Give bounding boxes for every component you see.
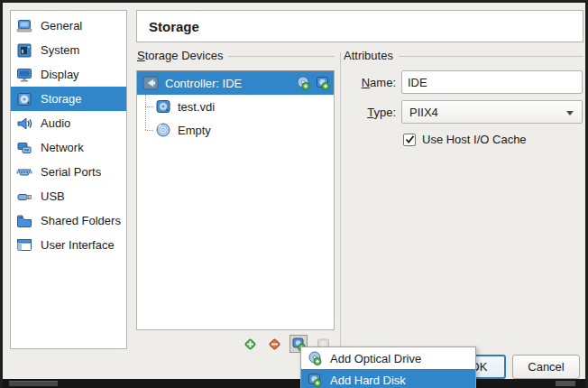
tree-item-label: Empty — [178, 124, 211, 137]
tree-item-empty[interactable]: Empty — [137, 118, 334, 142]
hard-disk-icon — [155, 98, 171, 115]
attributes-group-label: Attributes — [344, 49, 583, 61]
sidebar-item-label: Display — [41, 68, 79, 81]
settings-category-list: General System Display Storage Audio — [10, 10, 127, 349]
sidebar-item-network[interactable]: Network — [11, 135, 126, 160]
attributes-label: Attributes — [344, 49, 393, 62]
controller-type-value: PIIX4 — [409, 106, 438, 119]
ide-controller-icon — [142, 75, 159, 91]
sidebar-item-label: System — [41, 43, 79, 57]
add-attachment-menu: Add Optical Drive Add Hard Disk — [300, 346, 476, 388]
chevron-down-icon — [566, 111, 574, 115]
optical-plus-icon — [308, 351, 322, 365]
storage-devices-tree[interactable]: Controller: IDE test.vdi Empty — [136, 70, 335, 330]
controller-row-actions — [296, 76, 330, 93]
tree-item-controller-ide[interactable]: Controller: IDE — [137, 71, 334, 95]
host-io-cache-checkbox[interactable] — [403, 134, 416, 146]
general-icon — [15, 17, 33, 35]
cancel-button[interactable]: Cancel — [512, 355, 580, 379]
taskbar-strip — [0, 379, 588, 388]
hdd-plus-icon[interactable] — [316, 76, 330, 93]
shared-folders-icon — [15, 212, 33, 230]
host-io-cache-label: Use Host I/O Cache — [422, 133, 527, 146]
group-divider — [228, 56, 335, 57]
sidebar-item-display[interactable]: Display — [11, 62, 126, 87]
name-field-label: Name: — [344, 76, 396, 89]
system-icon — [15, 42, 33, 60]
audio-icon — [15, 115, 33, 133]
add-controller-icon[interactable] — [241, 335, 259, 353]
controller-name-input[interactable] — [401, 70, 583, 94]
hdd-plus-icon — [308, 373, 322, 387]
page-title-bar: Storage — [136, 10, 583, 42]
sidebar-item-storage[interactable]: Storage — [11, 87, 126, 111]
user-interface-icon — [15, 236, 33, 254]
sidebar-item-audio[interactable]: Audio — [11, 111, 126, 135]
checkmark-icon — [405, 134, 415, 144]
menu-item-add-optical-drive[interactable]: Add Optical Drive — [301, 347, 475, 369]
sidebar-item-label: Shared Folders — [41, 214, 121, 227]
display-icon — [15, 66, 33, 84]
sidebar-item-serial-ports[interactable]: Serial Ports — [11, 160, 126, 184]
sidebar-item-label: Network — [41, 141, 84, 154]
sidebar-item-label: User Interface — [41, 238, 115, 252]
remove-controller-icon[interactable] — [265, 335, 283, 353]
page-title: Storage — [149, 19, 199, 34]
tree-item-label: test.vdi — [178, 100, 215, 114]
controller-type-select[interactable]: PIIX4 — [401, 100, 583, 124]
sidebar-item-label: USB — [41, 189, 65, 203]
sidebar-item-label: Serial Ports — [41, 165, 101, 179]
vm-settings-dialog: General System Display Storage Audio — [0, 0, 588, 388]
optical-disc-icon — [155, 122, 171, 138]
tree-item-test-vdi[interactable]: test.vdi — [137, 95, 334, 118]
sidebar-item-shared-folders[interactable]: Shared Folders — [11, 208, 126, 233]
sidebar-item-user-interface[interactable]: User Interface — [11, 233, 126, 257]
taskbar-item[interactable] — [9, 381, 58, 386]
optical-plus-icon[interactable] — [296, 76, 310, 93]
host-io-cache-row: Use Host I/O Cache — [403, 133, 527, 146]
sidebar-item-label: Audio — [41, 116, 70, 130]
storage-icon — [15, 90, 33, 108]
menu-item-label: Add Optical Drive — [330, 352, 421, 365]
serial-ports-icon — [15, 163, 33, 181]
sidebar-item-system[interactable]: System — [11, 38, 126, 62]
sidebar-item-general[interactable]: General — [11, 14, 126, 38]
usb-icon — [15, 188, 33, 206]
group-divider — [399, 56, 583, 57]
type-field-label: Type: — [344, 106, 396, 119]
storage-devices-label: Storage Devices — [137, 49, 223, 62]
network-icon — [15, 139, 33, 157]
sidebar-item-label: Storage — [41, 92, 82, 106]
pane-divider — [340, 52, 341, 351]
tree-item-label: Controller: IDE — [165, 77, 242, 90]
menu-item-label: Add Hard Disk — [330, 374, 406, 387]
taskbar-item[interactable] — [556, 381, 575, 386]
menu-item-add-hard-disk[interactable]: Add Hard Disk — [301, 369, 475, 388]
storage-devices-group-label: Storage Devices — [137, 49, 335, 61]
sidebar-item-usb[interactable]: USB — [11, 184, 126, 208]
sidebar-item-label: General — [41, 19, 82, 32]
